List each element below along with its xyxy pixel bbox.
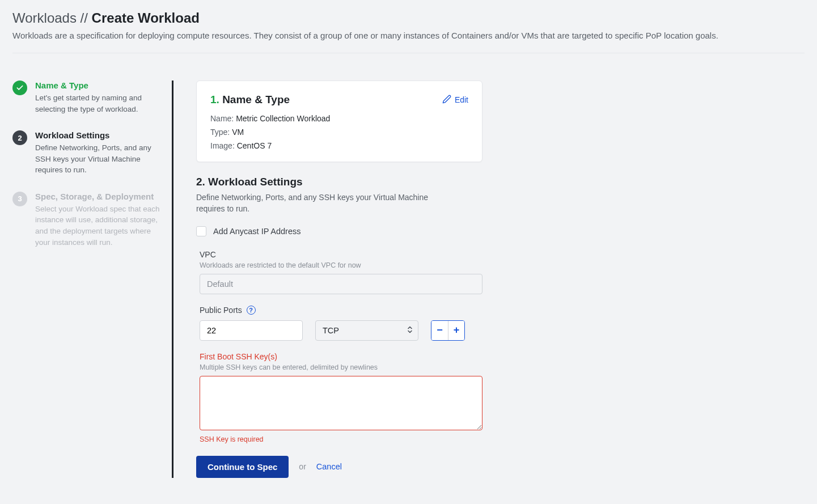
- page-title: Create Workload: [92, 10, 200, 26]
- port-button-group: − +: [431, 320, 465, 341]
- step-3: 3 Spec, Storage, & Deployment Select you…: [12, 192, 162, 248]
- ports-field: Public Ports ? TCP − +: [196, 306, 482, 341]
- or-text: or: [299, 462, 306, 471]
- breadcrumb-prefix: Workloads //: [12, 10, 92, 26]
- help-icon[interactable]: ?: [247, 306, 256, 315]
- settings-desc: Define Networking, Ports, and any SSH ke…: [196, 192, 457, 215]
- divider: [12, 53, 805, 53]
- pencil-icon: [442, 95, 455, 105]
- vpc-help: Workloads are restricted to the default …: [200, 261, 482, 269]
- step-2-desc: Define Networking, Ports, and any SSH ke…: [35, 142, 162, 176]
- step-1[interactable]: Name & Type Let's get started by naming …: [12, 81, 162, 115]
- page-description: Workloads are a specification for deploy…: [12, 31, 805, 40]
- cancel-link[interactable]: Cancel: [316, 462, 342, 471]
- step-3-badge: 3: [12, 192, 27, 206]
- action-row: Continue to Spec or Cancel: [196, 456, 482, 478]
- ssh-textarea[interactable]: [200, 376, 482, 430]
- page-header: Workloads // Create Workload Workloads a…: [12, 10, 805, 63]
- step-2-badge: 2: [12, 130, 27, 145]
- step-2[interactable]: 2 Workload Settings Define Networking, P…: [12, 130, 162, 176]
- remove-port-button[interactable]: −: [431, 321, 448, 340]
- anycast-checkbox[interactable]: [196, 226, 206, 236]
- summary-type: Type: VM: [210, 128, 468, 137]
- anycast-row[interactable]: Add Anycast IP Address: [196, 226, 482, 236]
- step-sidebar: Name & Type Let's get started by naming …: [12, 81, 172, 478]
- step-1-title: Name & Type: [35, 81, 162, 90]
- summary-heading: 1. Name & Type: [210, 94, 290, 106]
- anycast-label: Add Anycast IP Address: [213, 227, 301, 236]
- add-port-button[interactable]: +: [448, 321, 464, 340]
- settings-heading: 2. Workload Settings: [196, 176, 482, 188]
- summary-name: Name: Metric Collection Workload: [210, 114, 468, 123]
- port-input[interactable]: [200, 320, 303, 341]
- summary-card: 1. Name & Type Edit Name: Metric Collect…: [196, 81, 482, 162]
- ports-label: Public Ports: [200, 306, 242, 315]
- vpc-field: VPC Workloads are restricted to the defa…: [196, 250, 482, 294]
- ssh-help: Multiple SSH keys can be entered, delimi…: [200, 363, 482, 371]
- summary-image: Image: CentOS 7: [210, 141, 468, 150]
- ssh-error: SSH Key is required: [200, 435, 482, 443]
- step-2-title: Workload Settings: [35, 130, 162, 140]
- step-3-desc: Select your Workload spec that each inst…: [35, 204, 162, 248]
- protocol-select[interactable]: TCP: [315, 320, 418, 341]
- vpc-label: VPC: [200, 250, 482, 259]
- continue-button[interactable]: Continue to Spec: [196, 456, 289, 478]
- edit-button[interactable]: Edit: [442, 95, 468, 105]
- step-3-title: Spec, Storage, & Deployment: [35, 192, 162, 201]
- ssh-field: First Boot SSH Key(s) Multiple SSH keys …: [196, 352, 482, 443]
- vpc-input: Default: [200, 274, 482, 294]
- breadcrumb: Workloads // Create Workload: [12, 10, 805, 26]
- check-icon: [12, 81, 27, 95]
- step-1-desc: Let's get started by naming and selectin…: [35, 92, 162, 115]
- edit-label: Edit: [455, 95, 468, 104]
- ssh-label: First Boot SSH Key(s): [200, 352, 482, 361]
